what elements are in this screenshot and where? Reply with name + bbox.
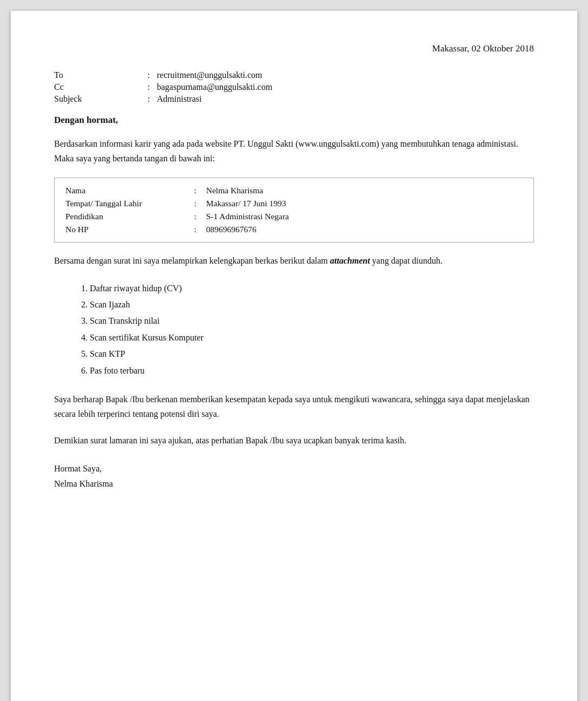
list-item: 3. Scan Transkrip nilai <box>81 313 534 329</box>
letter-header: To : recruitment@unggulsakti.com Cc : ba… <box>54 70 534 104</box>
list-item: 2. Scan Ijazah <box>81 297 534 313</box>
to-colon: : <box>141 70 157 80</box>
info-box: Nama : Nelma Kharisma Tempat/ Tanggal La… <box>54 178 534 243</box>
to-label: To <box>54 70 141 80</box>
pendidikan-colon: : <box>184 212 206 221</box>
nohp-row: No HP : 089696967676 <box>65 225 523 234</box>
attachment-italic: attachment <box>330 256 370 265</box>
subject-label: Subjeck <box>54 94 141 104</box>
cc-label: Cc <box>54 82 141 92</box>
nama-row: Nama : Nelma Kharisma <box>65 186 523 195</box>
nohp-value: 089696967676 <box>206 225 523 234</box>
signature-name: Nelma Kharisma <box>54 479 534 489</box>
ttl-colon: : <box>184 199 206 208</box>
pendidikan-row: Pendidikan : S-1 Administrasi Negara <box>65 212 523 221</box>
intro-paragraph: Berdasarkan informasi karir yang ada pad… <box>54 136 534 166</box>
pendidikan-value: S-1 Administrasi Negara <box>206 212 523 221</box>
list-item: 6. Pas foto terbaru <box>81 363 534 379</box>
letter-page: Makassar, 02 Oktober 2018 To : recruitme… <box>11 11 577 701</box>
nohp-label: No HP <box>65 225 184 234</box>
closing-paragraph-1: Saya berharap Bapak /Ibu berkenan member… <box>54 392 534 421</box>
ttl-value: Makassar/ 17 Juni 1993 <box>206 199 523 208</box>
numbered-list: 1. Daftar riwayat hidup (CV)2. Scan Ijaz… <box>81 280 534 379</box>
list-item: 4. Scan sertifikat Kursus Komputer <box>81 330 534 346</box>
cc-value: bagaspurnama@unggulsakti.com <box>157 82 534 92</box>
salutation: Hormat Saya, <box>54 464 534 474</box>
to-row: To : recruitment@unggulsakti.com <box>54 70 534 80</box>
nama-label: Nama <box>65 186 184 195</box>
attachment-paragraph: Bersama dengan surat ini saya melampirka… <box>54 253 534 268</box>
subject-row: Subjeck : Administrasi <box>54 94 534 104</box>
subject-colon: : <box>141 94 157 104</box>
pendidikan-label: Pendidikan <box>65 212 184 221</box>
greeting: Dengan hormat, <box>54 115 534 126</box>
subject-value: Administrasi <box>157 94 534 104</box>
to-value: recruitment@unggulsakti.com <box>157 70 534 80</box>
cc-row: Cc : bagaspurnama@unggulsakti.com <box>54 82 534 92</box>
nohp-colon: : <box>184 225 206 234</box>
list-item: 5. Scan KTP <box>81 346 534 362</box>
nama-colon: : <box>184 186 206 195</box>
attachment-text-after: yang dapat diunduh. <box>370 256 442 265</box>
nama-value: Nelma Kharisma <box>206 186 523 195</box>
ttl-row: Tempat/ Tanggal Lahir : Makassar/ 17 Jun… <box>65 199 523 208</box>
attachment-text-before: Bersama dengan surat ini saya melampirka… <box>54 256 330 265</box>
final-paragraph: Demikian surat lamaran ini saya ajukan, … <box>54 433 534 448</box>
list-item: 1. Daftar riwayat hidup (CV) <box>81 280 534 297</box>
ttl-label: Tempat/ Tanggal Lahir <box>65 199 184 208</box>
date: Makassar, 02 Oktober 2018 <box>54 43 534 54</box>
cc-colon: : <box>141 82 157 92</box>
